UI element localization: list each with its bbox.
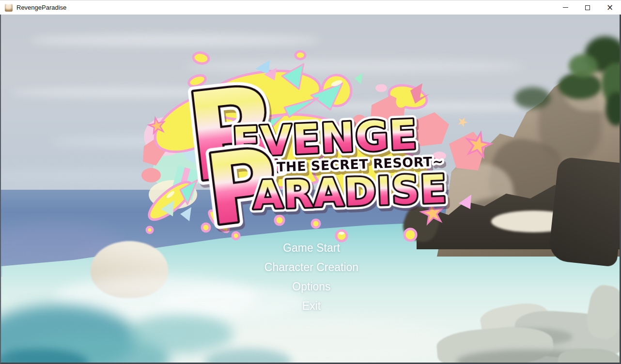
cloud	[30, 34, 321, 46]
maximize-icon	[585, 5, 590, 10]
minimize-icon	[563, 7, 568, 8]
app-window: RevengeParadise ×	[0, 0, 621, 364]
title-bar: RevengeParadise ×	[0, 0, 621, 15]
close-icon: ×	[606, 3, 613, 12]
window-icon[interactable]	[5, 4, 13, 12]
minimize-button[interactable]	[554, 0, 576, 15]
vegetation	[569, 54, 598, 77]
game-logo: R R EVENGE EVENGE ~THE SECRET RESORT~ ~T…	[139, 49, 493, 243]
star-decoration	[456, 115, 469, 128]
close-button[interactable]: ×	[599, 0, 621, 15]
menu-item-game-start[interactable]: Game Start	[1, 238, 621, 258]
game-viewport: R R EVENGE EVENGE ~THE SECRET RESORT~ ~T…	[0, 15, 621, 364]
menu-item-options[interactable]: Options	[1, 277, 621, 296]
menu-item-exit[interactable]: Exit	[1, 296, 621, 316]
window-title: RevengeParadise	[16, 4, 66, 11]
vegetation	[514, 87, 551, 109]
maximize-button[interactable]	[576, 0, 599, 15]
logo-word-aradise: ARADISE	[252, 167, 448, 218]
teal-water-patch	[127, 315, 233, 353]
menu-item-character-creation[interactable]: Character Creation	[1, 258, 621, 277]
main-menu: Game Start Character Creation Options Ex…	[1, 238, 621, 316]
